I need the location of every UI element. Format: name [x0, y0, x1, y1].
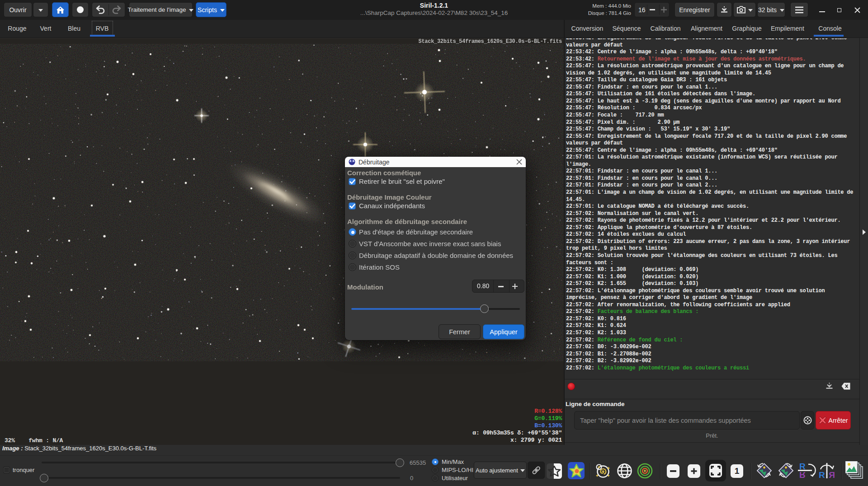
- svg-text:R: R: [799, 470, 806, 480]
- svg-text:R: R: [799, 462, 806, 471]
- svg-text:R: R: [819, 470, 825, 480]
- svg-text:R: R: [829, 470, 835, 480]
